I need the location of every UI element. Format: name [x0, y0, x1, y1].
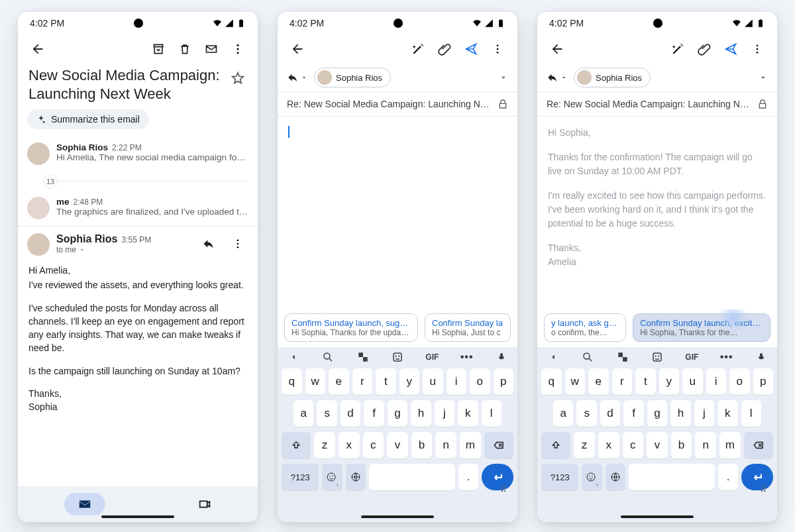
space-key[interactable] — [629, 464, 715, 490]
key-x[interactable]: x — [339, 432, 360, 458]
recipient-chip[interactable]: Sophia Rios — [314, 68, 391, 87]
keyboard[interactable]: GIF ••• qwertyuiop asdfghjkl zxcvbnm ?12… — [278, 347, 517, 522]
search-icon[interactable] — [320, 351, 336, 363]
key-g[interactable]: g — [388, 400, 407, 427]
enter-key[interactable] — [741, 464, 773, 490]
compose-body[interactable] — [278, 117, 517, 309]
key-w[interactable]: w — [305, 368, 326, 395]
num-key[interactable]: ?123 — [541, 464, 578, 490]
key-r[interactable]: r — [612, 368, 633, 395]
key-o[interactable]: o — [729, 368, 750, 395]
key-a[interactable]: a — [553, 400, 573, 427]
key-b[interactable]: b — [671, 432, 692, 458]
keyboard-handle-icon[interactable]: ⠿ — [760, 484, 768, 494]
globe-key[interactable] — [606, 464, 625, 490]
key-x[interactable]: x — [598, 432, 619, 458]
suggestion-card[interactable]: Confirm Sunday launch, sugge… Hi Sophia,… — [284, 313, 418, 342]
delete-button[interactable] — [174, 38, 195, 60]
key-h[interactable]: h — [670, 400, 690, 427]
key-n[interactable]: n — [695, 432, 716, 458]
reply-mode-button[interactable] — [547, 72, 567, 83]
period-key[interactable]: . — [458, 464, 478, 490]
send-button[interactable] — [460, 38, 482, 60]
reply-mode-button[interactable] — [287, 72, 307, 83]
key-b[interactable]: b — [411, 432, 433, 458]
kbd-back-icon[interactable] — [286, 352, 301, 362]
mark-unread-button[interactable] — [201, 38, 222, 60]
more-button[interactable] — [227, 38, 248, 60]
period-key[interactable]: . — [718, 464, 738, 490]
suggestion-card[interactable]: Confirm Sunday la Hi Sophia, Just to c — [425, 313, 511, 342]
to-line[interactable]: to me — [56, 245, 191, 254]
more-icon[interactable]: ••• — [459, 351, 475, 363]
back-button[interactable] — [547, 38, 568, 60]
more-icon[interactable]: ••• — [719, 351, 735, 363]
key-u[interactable]: u — [682, 368, 703, 395]
key-s[interactable]: s — [576, 400, 596, 427]
key-m[interactable]: m — [460, 432, 481, 458]
key-i[interactable]: i — [706, 368, 727, 395]
key-j[interactable]: j — [694, 400, 714, 427]
archive-button[interactable] — [148, 38, 169, 60]
attach-button[interactable] — [694, 38, 715, 60]
key-g[interactable]: g — [647, 400, 667, 427]
translate-icon[interactable] — [355, 351, 371, 363]
more-button[interactable] — [487, 38, 508, 60]
key-r[interactable]: r — [352, 368, 373, 395]
message-collapsed[interactable]: Sophia Rios 2:22 PM Hi Amelia, The new s… — [18, 136, 258, 172]
summarize-chip[interactable]: Summarize this email — [27, 109, 149, 129]
keyboard[interactable]: GIF ••• qwertyuiop asdfghjkl zxcvbnm ?12… — [537, 347, 777, 522]
key-d[interactable]: d — [600, 400, 620, 427]
key-k[interactable]: k — [717, 400, 737, 427]
more-button[interactable] — [227, 233, 248, 254]
key-a[interactable]: a — [293, 400, 313, 427]
help-me-write-button[interactable] — [667, 38, 688, 60]
key-e[interactable]: e — [329, 368, 349, 395]
key-z[interactable]: z — [314, 432, 335, 458]
help-me-write-button[interactable] — [407, 38, 429, 60]
back-button[interactable] — [27, 38, 48, 60]
key-p[interactable]: p — [753, 368, 774, 395]
key-l[interactable]: l — [741, 400, 761, 427]
reply-button[interactable] — [198, 233, 219, 254]
star-button[interactable] — [229, 69, 247, 87]
emoji-key[interactable]: , — [322, 464, 342, 490]
compose-body[interactable]: Hi Sophia, Thanks for the confirmation! … — [537, 117, 777, 309]
key-s[interactable]: s — [317, 400, 337, 427]
key-y[interactable]: y — [659, 368, 680, 395]
globe-key[interactable] — [346, 464, 366, 490]
gif-label[interactable]: GIF — [684, 352, 700, 362]
key-v[interactable]: v — [647, 432, 668, 458]
message-collapsed[interactable]: me 2:48 PM The graphics are finalized, a… — [18, 190, 258, 226]
backspace-key[interactable] — [484, 432, 513, 458]
key-d[interactable]: d — [341, 400, 360, 427]
shift-key[interactable] — [282, 432, 311, 458]
recipient-chip[interactable]: Sophia Rios — [574, 68, 651, 87]
attach-button[interactable] — [434, 38, 455, 60]
key-f[interactable]: f — [623, 400, 643, 427]
thread-divider[interactable]: 13 — [31, 174, 258, 187]
gif-label[interactable]: GIF — [424, 352, 440, 362]
expand-recipients[interactable] — [759, 73, 768, 82]
backspace-key[interactable] — [744, 432, 773, 458]
enter-key[interactable] — [482, 464, 513, 490]
key-i[interactable]: i — [447, 368, 467, 395]
suggestion-card-highlighted[interactable]: Confirm Sunday launch, excited. Hi Sophi… — [633, 313, 770, 342]
key-k[interactable]: k — [458, 400, 478, 427]
key-o[interactable]: o — [470, 368, 490, 395]
sticker-icon[interactable] — [649, 351, 665, 363]
translate-icon[interactable] — [615, 351, 631, 363]
search-icon[interactable] — [580, 351, 596, 363]
num-key[interactable]: ?123 — [282, 464, 319, 490]
key-f[interactable]: f — [364, 400, 384, 427]
key-p[interactable]: p — [494, 368, 514, 395]
expand-recipients[interactable] — [499, 73, 508, 82]
key-q[interactable]: q — [282, 368, 302, 395]
key-t[interactable]: t — [376, 368, 396, 395]
kbd-back-icon[interactable] — [545, 352, 561, 362]
key-t[interactable]: t — [635, 368, 656, 395]
key-z[interactable]: z — [574, 432, 595, 458]
key-j[interactable]: j — [435, 400, 454, 427]
key-h[interactable]: h — [411, 400, 431, 427]
key-l[interactable]: l — [482, 400, 502, 427]
